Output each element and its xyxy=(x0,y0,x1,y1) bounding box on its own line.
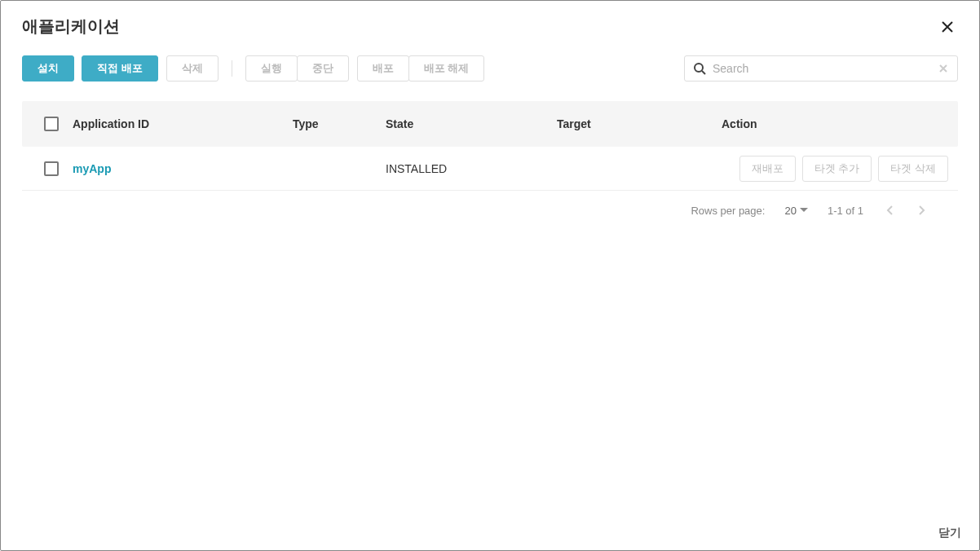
cell-actions: 재배포 타겟 추가 타겟 삭제 xyxy=(722,156,948,182)
redeploy-button[interactable]: 재배포 xyxy=(739,156,796,182)
page-range: 1-1 of 1 xyxy=(828,205,863,217)
add-target-button[interactable]: 타겟 추가 xyxy=(802,156,872,182)
rows-per-page-label: Rows per page: xyxy=(691,205,765,217)
run-button[interactable]: 실행 xyxy=(245,55,298,82)
cell-state: INSTALLED xyxy=(386,162,557,175)
chevron-right-icon xyxy=(919,205,925,215)
clear-search-icon[interactable] xyxy=(938,63,949,74)
svg-line-1 xyxy=(702,71,705,74)
toolbar-group-deploy: 배포 배포 해제 xyxy=(357,55,485,82)
pagination: Rows per page: 20 1-1 of 1 xyxy=(22,191,958,218)
close-icon xyxy=(940,20,955,34)
search-box[interactable] xyxy=(684,55,958,82)
toolbar-group-primary: 설치 직접 배포 xyxy=(22,55,158,82)
column-header-app-id[interactable]: Application ID xyxy=(73,117,293,130)
rows-per-page-value: 20 xyxy=(784,205,796,217)
column-header-action: Action xyxy=(722,117,948,130)
row-checkbox-cell xyxy=(30,161,73,176)
header-checkbox-cell xyxy=(30,117,73,131)
row-checkbox[interactable] xyxy=(44,161,59,176)
delete-button[interactable]: 삭제 xyxy=(166,55,219,82)
footer-close-button[interactable]: 닫기 xyxy=(938,526,961,540)
search-icon xyxy=(693,62,706,75)
rows-per-page-select[interactable]: 20 xyxy=(784,205,807,217)
select-all-checkbox[interactable] xyxy=(44,117,59,131)
close-button[interactable] xyxy=(937,18,958,36)
svg-point-0 xyxy=(695,64,703,72)
next-page-button[interactable] xyxy=(916,202,929,218)
table-row: myApp INSTALLED 재배포 타겟 추가 타겟 삭제 xyxy=(22,147,958,191)
install-button[interactable]: 설치 xyxy=(22,55,74,82)
deploy-button[interactable]: 배포 xyxy=(357,55,409,82)
column-header-target[interactable]: Target xyxy=(557,117,722,130)
undeploy-button[interactable]: 배포 해제 xyxy=(408,55,485,82)
app-id-link[interactable]: myApp xyxy=(73,162,293,175)
applications-table: Application ID Type State Target Action … xyxy=(1,101,979,218)
table-header: Application ID Type State Target Action xyxy=(22,101,958,147)
modal-footer: 닫기 xyxy=(1,518,979,550)
stop-button[interactable]: 중단 xyxy=(297,55,349,82)
column-header-type[interactable]: Type xyxy=(293,117,386,130)
toolbar-group-runstop: 실행 중단 xyxy=(245,55,349,82)
prev-page-button[interactable] xyxy=(883,202,896,218)
search-input[interactable] xyxy=(713,62,931,75)
toolbar-divider xyxy=(232,60,232,77)
applications-modal: 애플리케이션 설치 직접 배포 삭제 실행 중단 배포 배포 해제 xyxy=(0,0,980,551)
modal-title: 애플리케이션 xyxy=(22,15,120,37)
column-header-state[interactable]: State xyxy=(386,117,557,130)
delete-target-button[interactable]: 타겟 삭제 xyxy=(878,156,948,182)
chevron-left-icon xyxy=(886,205,893,215)
modal-header: 애플리케이션 xyxy=(1,1,979,42)
chevron-down-icon xyxy=(800,208,808,213)
direct-deploy-button[interactable]: 직접 배포 xyxy=(82,55,158,82)
toolbar: 설치 직접 배포 삭제 실행 중단 배포 배포 해제 xyxy=(1,42,979,101)
